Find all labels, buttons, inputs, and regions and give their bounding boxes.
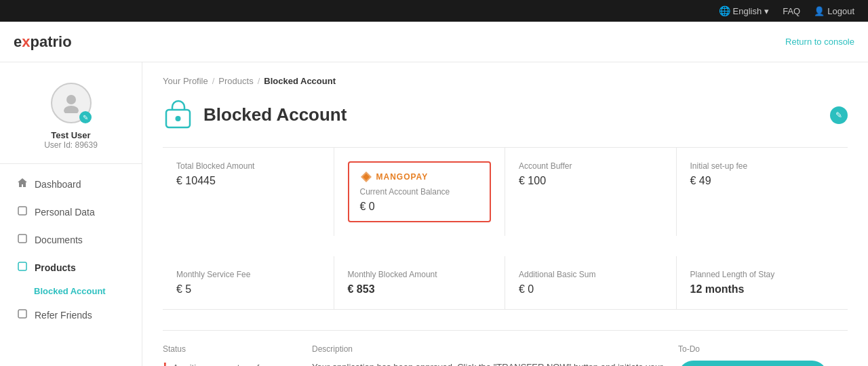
mangopay-card: MANGOPAY Current Account Balance € 0 (348, 161, 492, 222)
breadcrumb-your-profile[interactable]: Your Profile (163, 76, 208, 86)
sidebar-nav: Dashboard Personal Data Documents Produc… (0, 171, 142, 328)
sidebar: ✎ Test User User Id: 89639 Dashboard Per… (0, 62, 142, 366)
stat-planned-stay: Planned Length of Stay 12 months (677, 256, 848, 309)
mangopay-icon (360, 171, 372, 183)
breadcrumb-sep-2: / (258, 76, 260, 86)
stat-total-blocked: Total Blocked Amount € 10445 (163, 148, 334, 236)
stat-monthly-fee-value: € 5 (176, 283, 320, 296)
sidebar-avatar-area: ✎ Test User User Id: 89639 (0, 76, 142, 164)
stat-additional-label: Additional Basic Sum (519, 270, 663, 279)
sidebar-userid: User Id: 89639 (44, 140, 98, 150)
stat-balance-value: € 0 (360, 201, 479, 213)
sidebar-item-personal-data[interactable]: Personal Data (7, 199, 135, 225)
todo-label: To-Do (678, 344, 848, 354)
page-title-row: Blocked Account ✎ (163, 100, 848, 130)
home-icon (17, 178, 28, 190)
svg-rect-5 (18, 310, 26, 318)
stat-total-blocked-value: € 10445 (176, 175, 320, 187)
svg-rect-3 (18, 235, 26, 243)
stat-buffer-label: Account Buffer (519, 161, 663, 171)
mangopay-name: MANGOPAY (376, 172, 429, 182)
avatar-wrapper: ✎ (51, 83, 92, 123)
sidebar-item-products[interactable]: Products (7, 254, 135, 281)
stats-grid-row2: Monthly Service Fee € 5 Monthly Blocked … (163, 256, 848, 310)
person-icon (17, 205, 28, 218)
status-col: Status ! Awaiting money transfer (163, 344, 298, 366)
return-to-console-link[interactable]: Return to console (785, 37, 854, 47)
sidebar-subitem-blocked-account[interactable]: Blocked Account (7, 282, 135, 300)
mangopay-logo: MANGOPAY (360, 171, 479, 183)
edit-icon-button[interactable]: ✎ (830, 106, 848, 124)
logo: expatrio (14, 33, 72, 51)
page-title: Blocked Account (203, 104, 347, 125)
blocked-account-icon (163, 100, 193, 130)
description-label: Description (312, 344, 665, 354)
sidebar-refer-label: Refer Friends (35, 310, 92, 321)
svg-point-7 (176, 116, 181, 121)
stat-setup-fee: Initial set-up fee € 49 (677, 148, 848, 236)
sidebar-dashboard-label: Dashboard (35, 179, 81, 190)
svg-rect-2 (18, 207, 26, 215)
sidebar-item-dashboard[interactable]: Dashboard (7, 171, 135, 197)
language-selector[interactable]: 🌐 English ▾ (719, 5, 770, 16)
status-label: Status (163, 344, 298, 354)
header: expatrio Return to console (0, 22, 868, 62)
stat-total-blocked-label: Total Blocked Amount (176, 161, 320, 171)
sidebar-documents-label: Documents (35, 235, 83, 245)
language-label: English (733, 6, 762, 16)
stat-additional-value: € 0 (519, 283, 663, 296)
breadcrumb-current: Blocked Account (264, 76, 336, 86)
sidebar-item-refer-friends[interactable]: Refer Friends (7, 302, 135, 328)
stat-current-balance: MANGOPAY Current Account Balance € 0 (334, 148, 506, 236)
stat-monthly-blocked-value: € 853 (348, 283, 492, 296)
status-text: Awaiting money transfer (173, 363, 267, 367)
user-icon: 👤 (814, 6, 825, 16)
refer-icon (17, 308, 28, 321)
top-navigation: 🌐 English ▾ FAQ 👤 Logout (0, 0, 868, 22)
chevron-down-icon: ▾ (764, 6, 769, 16)
stat-planned-label: Planned Length of Stay (690, 270, 835, 279)
stat-buffer-value: € 100 (519, 175, 663, 187)
status-badge-row: ! Awaiting money transfer (163, 361, 298, 366)
todo-col: To-Do TRANSFER NOW → (678, 344, 848, 366)
stat-additional-sum: Additional Basic Sum € 0 (505, 256, 677, 309)
svg-point-0 (66, 95, 76, 104)
status-section: Status ! Awaiting money transfer Descrip… (163, 330, 848, 366)
stats-grid-row1: Total Blocked Amount € 10445 MANGOPAY Cu… (163, 147, 848, 236)
stat-monthly-fee-label: Monthly Service Fee (176, 270, 320, 279)
globe-icon: 🌐 (719, 5, 730, 16)
breadcrumb-products[interactable]: Products (218, 76, 253, 86)
transfer-now-button[interactable]: TRANSFER NOW → (678, 361, 827, 366)
stat-monthly-blocked: Monthly Blocked Amount € 853 (334, 256, 506, 309)
stat-planned-value: 12 months (690, 283, 835, 296)
stat-monthly-fee: Monthly Service Fee € 5 (163, 256, 334, 309)
products-icon (17, 261, 28, 274)
sidebar-username: Test User (51, 130, 90, 140)
description-text: Your application has been approved. Clic… (312, 361, 665, 366)
user-silhouette-icon (61, 93, 81, 113)
breadcrumb: Your Profile / Products / Blocked Accoun… (163, 76, 848, 86)
app-layout: ✎ Test User User Id: 89639 Dashboard Per… (0, 62, 868, 366)
svg-point-1 (64, 106, 79, 113)
sidebar-products-label: Products (35, 262, 76, 273)
faq-link[interactable]: FAQ (783, 6, 800, 16)
warning-icon: ! (163, 361, 167, 366)
document-icon (17, 233, 28, 246)
svg-rect-4 (18, 262, 26, 270)
sidebar-personal-data-label: Personal Data (35, 207, 95, 218)
avatar-edit-badge[interactable]: ✎ (79, 111, 92, 123)
stat-setup-label: Initial set-up fee (690, 161, 835, 171)
logout-button[interactable]: 👤 Logout (814, 6, 854, 16)
breadcrumb-sep-1: / (212, 76, 215, 86)
stat-setup-value: € 49 (690, 175, 835, 187)
stat-account-buffer: Account Buffer € 100 (505, 148, 677, 236)
stat-monthly-blocked-label: Monthly Blocked Amount (348, 270, 492, 279)
description-col: Description Your application has been ap… (312, 344, 665, 366)
main-content: Your Profile / Products / Blocked Accoun… (142, 62, 868, 366)
stat-balance-label: Current Account Balance (360, 187, 479, 197)
sidebar-item-documents[interactable]: Documents (7, 226, 135, 253)
